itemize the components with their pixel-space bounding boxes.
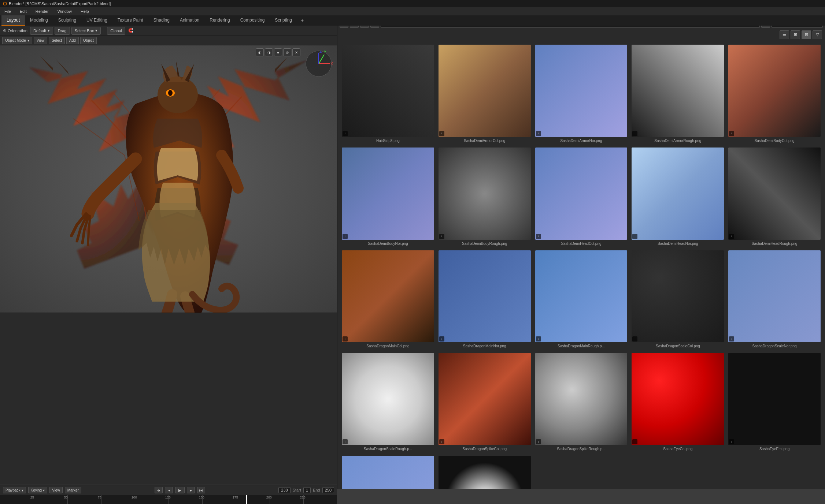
viewport-overlay-toggle[interactable]: ⊙ (283, 48, 291, 56)
file-browser-panel: View Select ← → ↑ ↺ 🔍 ☰ ⊞ ⊟ ▽ iHairStrip (337, 7, 825, 489)
viewport-shading-solid[interactable]: ◐ (256, 48, 264, 56)
file-browser-item[interactable]: iSashaDemiBodyRough.png (437, 146, 532, 247)
file-browser-item[interactable]: iSashaDemiHeadCol.png (534, 146, 629, 247)
file-browser-item[interactable]: iSashaEyeCol.png (630, 351, 725, 453)
file-thumbnail: i (439, 250, 531, 343)
fb-medium-view-button[interactable]: ⊞ (791, 30, 800, 39)
frame-label: 75 (98, 496, 101, 499)
view-dropdown[interactable]: View (49, 487, 63, 493)
fb-filter-button[interactable]: ▽ (813, 30, 822, 39)
file-browser-item[interactable]: iSashaDemiHeadRough.png (727, 146, 822, 247)
add-workspace-button[interactable]: + (297, 18, 307, 23)
file-browser-item[interactable]: iSashaDragonMainCol.png (340, 249, 436, 350)
fb-large-view-button[interactable]: ⊟ (802, 30, 811, 39)
file-browser-item[interactable]: iSashaEyeTrans.png (437, 454, 532, 489)
frame-label: 225 (300, 496, 306, 499)
file-thumbnail: i (632, 45, 724, 137)
tab-rendering[interactable]: Rendering (204, 15, 235, 26)
file-thumbnail: i (342, 45, 434, 137)
file-thumbnail: i (728, 353, 821, 445)
select-menu-btn[interactable]: Select (49, 37, 65, 44)
menu-edit[interactable]: Edit (18, 8, 28, 14)
viewport-gizmo-toggle[interactable]: ✕ (292, 48, 300, 56)
file-browser-item[interactable]: iSashaDragonMainRough.p... (534, 249, 629, 350)
menu-render[interactable]: Render (34, 8, 50, 14)
file-label: SashaDemiBodyCol.png (755, 138, 795, 143)
file-browser-item[interactable]: iSashaDemiHeadNor.png (630, 146, 725, 247)
add-menu-btn[interactable]: Add (66, 37, 79, 44)
orientation-dropdown[interactable]: Default ▾ (30, 27, 53, 35)
tab-uv-editing[interactable]: UV Editing (81, 15, 112, 26)
file-browser-item[interactable]: iSashaDragonMainNor.png (437, 249, 532, 350)
frame-label: 25 (30, 496, 34, 499)
file-thumbnail: i (342, 250, 434, 343)
file-browser-item[interactable]: iSashaDragonSpikeRough.p... (534, 351, 629, 453)
file-thumbnail: i (632, 353, 724, 445)
snap-toggle[interactable]: 🧲 (128, 28, 133, 33)
file-browser-item[interactable]: iSashaDemiArmorRough.png (630, 43, 725, 145)
file-browser-item[interactable]: iSashaDemiArmorNor.png (534, 43, 629, 145)
object-menu-btn[interactable]: Object (80, 37, 97, 44)
object-mode-dropdown[interactable]: Object Mode ▾ (2, 37, 32, 44)
title-text: Blender* [B:\CMS\Sasha\SashaDetailExport… (9, 1, 111, 6)
viewport-shading-render[interactable]: ● (274, 48, 282, 56)
select-box-button[interactable]: Select Box ▾ (71, 27, 101, 35)
view-menu-btn[interactable]: View (34, 37, 48, 44)
tab-scripting[interactable]: Scripting (270, 15, 297, 26)
file-browser-item[interactable]: iSashaDragonScaleCol.png (630, 249, 725, 350)
3d-viewport[interactable]: X Y Z ◐ ◑ ● ⊙ ✕ (0, 45, 337, 313)
file-label: SashaDemiBodyRough.png (462, 241, 507, 246)
menu-file[interactable]: File (3, 8, 12, 14)
frame-label: 200 (266, 496, 272, 499)
end-frame[interactable]: 250 (322, 487, 334, 493)
play-button[interactable]: ▶ (175, 487, 185, 493)
timeline-scrubber[interactable]: 25 50 75 100 125 150 175 200 225 (0, 495, 337, 504)
dragon-character (18, 45, 319, 313)
marker-dropdown[interactable]: Marker (65, 487, 81, 493)
fb-list-view-button[interactable]: ☰ (780, 30, 789, 39)
skip-to-start-button[interactable]: ⏮ (155, 487, 163, 493)
viewport-shading-material[interactable]: ◑ (265, 48, 273, 56)
file-label: SashaDemiArmorRough.png (654, 138, 701, 143)
tab-animation[interactable]: Animation (175, 15, 204, 26)
keying-dropdown[interactable]: Keying ▾ (28, 487, 48, 493)
tab-layout[interactable]: Layout (1, 15, 25, 26)
file-browser-item[interactable]: iHairStrip3.png (340, 43, 436, 145)
tab-modeling[interactable]: Modeling (25, 15, 53, 26)
file-browser-item[interactable]: iSashaDragonScaleRough.p... (340, 351, 436, 453)
thumbnail-info-icon: i (439, 234, 444, 239)
skip-to-end-button[interactable]: ⏭ (197, 487, 205, 493)
file-thumbnail: i (535, 148, 628, 240)
file-label: SashaDragonScaleCol.png (656, 344, 700, 348)
file-browser-item[interactable]: iSashaDragonScaleNor.png (727, 249, 822, 350)
viewport-overlay-buttons: ◐ ◑ ● ⊙ ✕ (256, 48, 300, 56)
step-forward-button[interactable]: ▸ (187, 487, 195, 493)
current-frame[interactable]: 238 (278, 487, 290, 493)
toolbar-separator (104, 27, 104, 34)
thumbnail-info-icon: i (536, 336, 541, 341)
file-browser-item[interactable]: iSashaEyeEmi.png (727, 351, 822, 453)
playback-dropdown[interactable]: Playback ▾ (3, 487, 26, 493)
file-label: SashaDragonMainCol.png (366, 344, 409, 348)
file-thumbnail: i (728, 148, 821, 240)
drag-button[interactable]: Drag (55, 27, 70, 35)
thumbnail-info-icon: i (729, 439, 734, 444)
tab-sculpting[interactable]: Sculpting (53, 15, 81, 26)
step-back-button[interactable]: ◂ (165, 487, 173, 493)
tab-shading[interactable]: Shading (148, 15, 175, 26)
file-browser-item[interactable]: iSashaDragonSpikeCol.png (437, 351, 532, 453)
file-browser-item[interactable]: iSashaDemiArmorCol.png (437, 43, 532, 145)
file-browser-item[interactable]: iSashaDemiBodyCol.png (727, 43, 822, 145)
tab-compositing[interactable]: Compositing (235, 15, 270, 26)
menu-help[interactable]: Help (79, 8, 90, 14)
file-label: SashaDragonScaleRough.p... (364, 447, 412, 451)
tab-texture-paint[interactable]: Texture Paint (112, 15, 148, 26)
thumbnail-info-icon: i (632, 439, 637, 444)
file-thumbnail: i (439, 353, 531, 445)
file-browser-item[interactable]: iSashaEyeNor.png (340, 454, 436, 489)
start-frame[interactable]: 1 (303, 487, 311, 493)
menu-window[interactable]: Window (56, 8, 73, 14)
global-button[interactable]: Global (107, 27, 125, 35)
file-browser-item[interactable]: iSashaDemiBodyNor.png (340, 146, 436, 247)
chevron-down-icon: ▾ (48, 28, 50, 33)
